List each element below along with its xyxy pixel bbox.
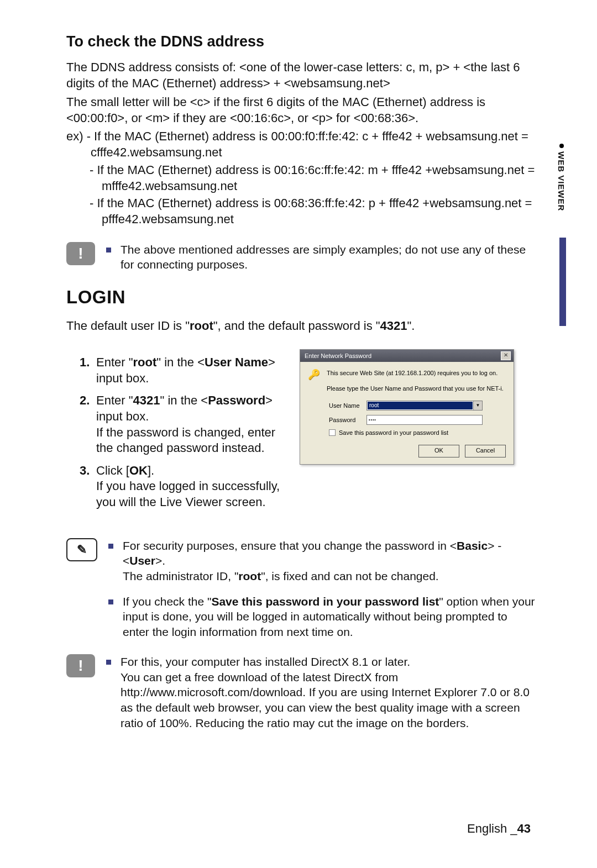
ddns-paragraph-1: The DDNS address consists of: <one of th… [66,59,536,92]
login-intro-root: root [190,319,213,333]
dialog-body: 🔑 This secure Web Site (at 192.168.1.200… [300,362,514,464]
page-footer: English _43 [467,822,531,836]
login-intro-pw: 4321 [380,319,407,333]
save-password-checkbox[interactable] [329,429,336,436]
n1-root: root [238,570,261,582]
password-row: Password •••• [329,415,506,425]
login-steps: 1. Enter "root" in the <User Name> input… [66,355,290,517]
note-row-directx: ! For this, your computer has installed … [66,654,536,731]
n1-basic: Basic [457,539,488,552]
caution-icon-2: ! [66,654,95,677]
n2-pre: If you check the " [123,595,211,608]
note-list-info: For security purposes, ensure that you c… [108,538,536,640]
login-two-col: 1. Enter "root" in the <User Name> input… [66,346,536,517]
step-1: 1. Enter "root" in the <User Name> input… [80,355,290,386]
heading-ddns: To check the DDNS address [66,33,536,50]
note-ddns-text: The above mentioned addresses are simply… [106,242,536,272]
save-password-row[interactable]: Save this password in your password list [329,429,506,436]
user-name-combo[interactable]: root ▼ [366,401,483,411]
login-intro-text3: ". [407,319,415,333]
login-intro: The default user ID is "root", and the d… [66,318,536,334]
step-3-num: 3. [80,463,90,479]
dialog-msg-row: 🔑 This secure Web Site (at 192.168.1.200… [308,370,506,401]
keys-icon: 🔑 [308,370,327,401]
s3-post: ]. [148,464,154,477]
s1-root: root [133,355,157,369]
note-row-ddns: ! The above mentioned addresses are simp… [66,242,536,272]
step-3: 3. Click [OK]. If you have logged in suc… [80,463,290,511]
info-icon: ✎ [66,538,97,561]
dialog-button-row: OK Cancel [308,445,506,457]
dialog-titlebar: Enter Network Password ✕ [300,350,514,362]
step-2-num: 2. [80,393,90,409]
s2-pw: 4321 [133,393,160,407]
login-intro-text2: ", and the default password is " [213,319,380,333]
save-password-label: Save this password in your password list [339,429,448,436]
dialog-title: Enter Network Password [305,353,371,359]
directx-note: For this, your computer has installed Di… [106,654,536,731]
s2-extra: If the password is changed, enter the ch… [96,425,275,455]
footer-page-number: 43 [517,822,531,835]
note-list-ddns: The above mentioned addresses are simply… [106,242,536,272]
s1-username: User Name [205,355,268,369]
dialog: Enter Network Password ✕ 🔑 This secure W… [300,349,514,465]
password-label: Password [329,417,366,423]
footer-lang: English _ [467,822,517,835]
side-tab-label: WEB VIEWER [557,151,566,211]
info-note-2: If you check the "Save this password in … [108,594,536,640]
s1-mid: " in the < [156,355,205,369]
s2-pwlabel: Password [208,393,265,407]
dialog-screenshot: Enter Network Password ✕ 🔑 This secure W… [300,349,514,465]
dialog-msg2: Please type the User Name and Password t… [327,385,506,392]
close-button[interactable]: ✕ [501,351,511,360]
note-list-directx: For this, your computer has installed Di… [106,654,536,731]
step-1-num: 1. [80,355,90,371]
n1-l2-post: ", is fixed and can not be changed. [261,570,439,582]
user-name-value: root [368,402,473,409]
info-note-1: For security purposes, ensure that you c… [108,538,536,584]
dialog-msg1: This secure Web Site (at 192.168.1.200) … [327,370,506,376]
ddns-example-1: ex) - If the MAC (Ethernet) address is 0… [66,128,536,161]
ddns-example-2: - If the MAC (Ethernet) address is 00:16… [66,162,536,194]
user-name-row: User Name root ▼ [329,401,506,411]
password-input[interactable]: •••• [366,415,483,425]
side-tab-dot [559,144,564,148]
ddns-paragraph-2: The small letter will be <c> if the firs… [66,94,536,127]
n2-bold: Save this password in your password list [211,595,439,608]
s1-pre: Enter " [96,355,133,369]
side-accent-bar [559,238,566,326]
user-name-label: User Name [329,402,366,409]
s3-ok: OK [129,464,148,477]
s3-pre: Click [ [96,464,129,477]
n1-l2-pre: The administrator ID, " [123,570,238,582]
n1-user: User [129,554,155,567]
side-tab: WEB VIEWER [557,144,566,211]
n1-pre: For security purposes, ensure that you c… [123,539,457,552]
heading-login: LOGIN [66,287,536,308]
s2-mid: " in the < [160,393,208,407]
ok-button[interactable]: OK [418,445,459,457]
login-intro-text1: The default user ID is " [66,319,190,333]
ddns-example-3: - If the MAC (Ethernet) address is 00:68… [66,195,536,228]
s3-extra: If you have logged in successfully, you … [96,479,280,509]
note-row-info: ✎ For security purposes, ensure that you… [66,538,536,640]
step-2: 2. Enter "4321" in the <Password> input … [80,393,290,456]
dialog-messages: This secure Web Site (at 192.168.1.200) … [327,370,506,401]
cancel-button[interactable]: Cancel [465,445,506,457]
caution-icon: ! [66,242,95,265]
page: WEB VIEWER To check the DDNS address The… [0,0,597,868]
n1-post: >. [155,554,165,567]
chevron-down-icon[interactable]: ▼ [473,401,482,410]
s2-pre: Enter " [96,393,133,407]
